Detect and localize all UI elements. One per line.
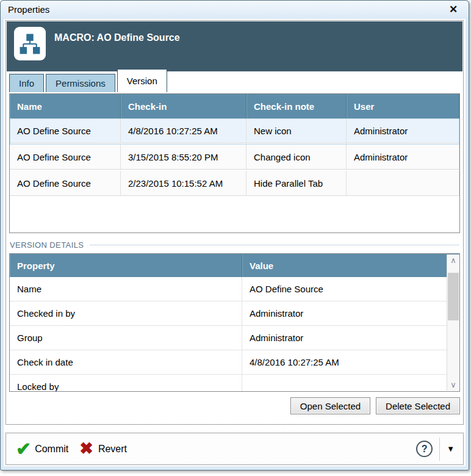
table-cell: AO Define Source — [242, 277, 459, 301]
section-divider — [90, 245, 459, 245]
tab-strip: InfoPermissionsVersion — [9, 72, 463, 92]
table-row[interactable]: AO Define Source3/15/2015 8:55:20 PMChan… — [10, 145, 459, 171]
macro-title: MACRO: AO Define Source — [54, 32, 180, 43]
versions-table-header: NameCheck-inCheck-in noteUser — [10, 94, 459, 118]
table-cell: Name — [10, 277, 242, 301]
properties-window: Properties ✕ MACRO: AO Define Source Inf… — [0, 0, 469, 471]
column-header[interactable]: Property — [10, 254, 242, 277]
details-table-header: PropertyValue — [10, 254, 459, 277]
tab-info[interactable]: Info — [9, 74, 44, 92]
tab-version[interactable]: Version — [117, 69, 167, 92]
table-row[interactable]: AO Define Source4/8/2016 10:27:25 AMNew … — [10, 118, 459, 145]
table-cell: AO Define Source — [10, 171, 121, 196]
macro-flowchart-icon — [14, 27, 46, 60]
scrollbar-thumb[interactable] — [448, 273, 459, 320]
table-cell: Administrator — [242, 326, 459, 350]
window-content: MACRO: AO Define Source InfoPermissionsV… — [4, 19, 466, 466]
table-cell: Administrator — [347, 118, 459, 143]
commit-button[interactable]: Commit — [35, 444, 68, 455]
details-table: PropertyValue NameAO Define SourceChecke… — [9, 253, 460, 392]
revert-button[interactable]: Revert — [98, 444, 127, 455]
version-details-section: VERSION DETAILS — [10, 240, 459, 250]
column-header[interactable]: Value — [242, 254, 459, 277]
commit-check-icon[interactable]: ✔ — [16, 440, 31, 458]
macro-header: MACRO: AO Define Source — [7, 21, 462, 71]
footer-divider — [439, 438, 440, 461]
commit-bar: ✔ Commit ✖ Revert ? ▼ — [5, 433, 464, 465]
chevron-down-icon[interactable]: ▼ — [447, 444, 455, 453]
details-scrollbar[interactable]: ∧ ∨ — [447, 254, 459, 391]
version-details-label: VERSION DETAILS — [10, 240, 84, 250]
table-cell: Administrator — [347, 145, 459, 170]
table-cell: AO Define Source — [10, 118, 121, 143]
table-row[interactable]: Locked by — [10, 375, 459, 392]
table-cell: AO Define Source — [10, 145, 121, 170]
table-cell: Hide Parallel Tab — [246, 171, 347, 196]
table-row[interactable]: Checked in byAdministrator — [10, 301, 459, 326]
tab-permissions[interactable]: Permissions — [46, 74, 115, 92]
table-cell — [347, 171, 459, 196]
delete-selected-button[interactable]: Delete Selected — [376, 397, 460, 414]
action-buttons-row: Open Selected Delete Selected — [6, 397, 460, 414]
column-header[interactable]: Check-in note — [246, 94, 347, 118]
table-cell: 4/8/2016 10:27:25 AM — [242, 350, 459, 375]
window-title: Properties — [8, 4, 49, 15]
table-row[interactable]: Check in date4/8/2016 10:27:25 AM — [10, 350, 459, 375]
table-cell: 4/8/2016 10:27:25 AM — [121, 118, 246, 143]
table-row[interactable]: NameAO Define Source — [10, 277, 459, 301]
column-header[interactable]: Check-in — [121, 94, 246, 118]
table-cell: Group — [10, 326, 242, 350]
table-row[interactable]: GroupAdministrator — [10, 326, 459, 350]
table-cell — [242, 375, 459, 392]
close-icon[interactable]: ✕ — [445, 2, 461, 18]
titlebar[interactable]: Properties ✕ — [1, 1, 469, 18]
table-cell: Changed icon — [246, 145, 347, 170]
table-cell: 2/23/2015 10:15:52 AM — [121, 171, 246, 196]
table-cell: Check in date — [10, 350, 242, 375]
table-row[interactable]: AO Define Source2/23/2015 10:15:52 AMHid… — [10, 171, 459, 197]
table-cell: 3/15/2015 8:55:20 PM — [121, 145, 246, 170]
column-header[interactable]: Name — [10, 94, 121, 118]
versions-table: NameCheck-inCheck-in noteUser AO Define … — [9, 93, 460, 233]
table-cell: New icon — [246, 118, 347, 143]
help-icon[interactable]: ? — [416, 441, 433, 457]
open-selected-button[interactable]: Open Selected — [290, 397, 370, 414]
table-cell: Locked by — [10, 375, 242, 392]
table-cell: Administrator — [242, 301, 459, 326]
scroll-down-icon[interactable]: ∨ — [447, 379, 459, 391]
table-cell: Checked in by — [10, 301, 242, 326]
column-header[interactable]: User — [347, 94, 459, 118]
scroll-up-icon[interactable]: ∧ — [447, 254, 459, 266]
main-panel: MACRO: AO Define Source InfoPermissionsV… — [5, 20, 464, 425]
revert-x-icon[interactable]: ✖ — [79, 441, 93, 457]
